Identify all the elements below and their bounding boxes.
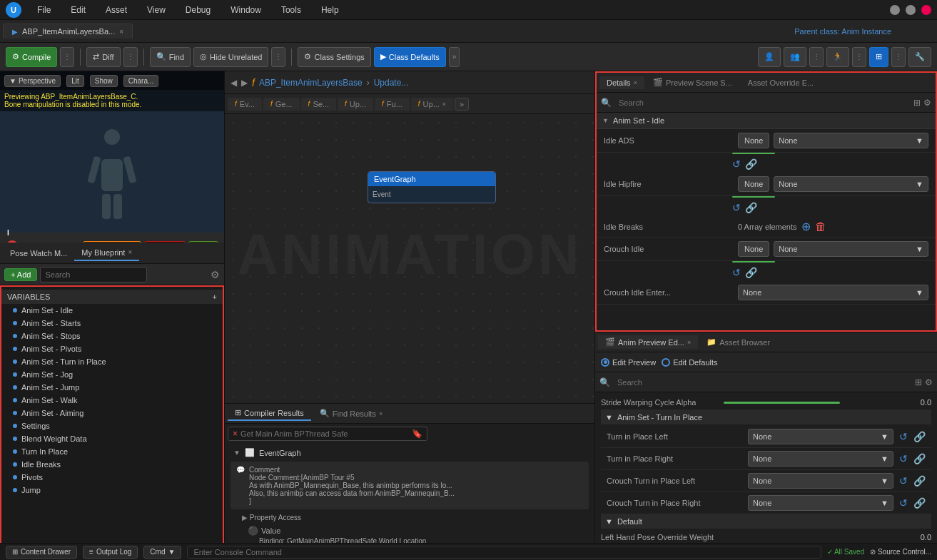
anim-icon-btn-3[interactable]: 🏃 [826, 47, 849, 67]
graph-tabs-more[interactable]: » [455, 98, 469, 111]
turn-right-dropdown[interactable]: None ▼ [748, 451, 893, 467]
details-settings-icon[interactable]: ⚙ [923, 98, 931, 108]
content-drawer-button[interactable]: ⊞ Content Drawer [6, 546, 77, 559]
graph-area[interactable]: ANIMATION EventGraph Event [225, 114, 594, 403]
idle-ads-dropdown[interactable]: None ▼ [774, 133, 928, 148]
eg-section-header[interactable]: ▼ ⬜ EventGraph [231, 447, 589, 459]
bp-settings-icon[interactable]: ⚙ [211, 269, 220, 280]
graph-tab-0[interactable]: f Ev... [228, 98, 262, 111]
my-blueprint-close[interactable]: × [128, 248, 132, 256]
chara-button[interactable]: Chara... [123, 75, 159, 87]
var-item-8[interactable]: Anim Set - Aiming [1, 407, 223, 419]
var-item-4[interactable]: Anim Set - Turn in Place [1, 355, 223, 368]
anim-icon-btn-2[interactable]: 👥 [784, 47, 806, 67]
var-item-3[interactable]: Anim Set - Pivots [1, 342, 223, 355]
edit-defaults-radio[interactable]: Edit Defaults [662, 358, 717, 367]
idle-breaks-add-icon[interactable]: ⊕ [801, 220, 811, 233]
var-item-10[interactable]: Blend Weight Data [1, 432, 223, 445]
graph-tab-5[interactable]: f Up... × [411, 98, 453, 111]
filter-close-icon[interactable]: × [233, 429, 238, 439]
toolbar-more[interactable]: » [449, 47, 460, 67]
find-button[interactable]: 🔍 Find [150, 47, 191, 67]
perspective-button[interactable]: ▼ Perspective [4, 75, 61, 87]
pose-watch-tab[interactable]: Pose Watch M... [3, 246, 74, 260]
crouch-turn-right-dropdown[interactable]: None ▼ [748, 495, 893, 511]
anim-set-idle-header[interactable]: ▼ Anim Set - Idle [597, 113, 936, 129]
compile-more[interactable]: ⋮ [60, 47, 74, 67]
anim-preview-tab[interactable]: 🎬 Anim Preview Ed... × [598, 335, 698, 349]
nav-back-icon[interactable]: ◀ [231, 78, 237, 88]
layout-more[interactable]: ⋮ [891, 47, 906, 67]
preview-grid-icon[interactable]: ⊞ [915, 377, 922, 387]
graph-tab-1[interactable]: f Ge... [263, 98, 300, 111]
extra-btn[interactable]: 🔧 [908, 47, 931, 67]
default-section-header[interactable]: ▼ Default [601, 514, 931, 529]
add-variable-icon[interactable]: + [213, 292, 217, 301]
tab-close-btn[interactable]: × [119, 28, 123, 36]
idle-ads-reset-icon[interactable]: ↺ [732, 158, 741, 170]
preview-settings-icon[interactable]: ⚙ [925, 377, 933, 387]
compiler-results-tab[interactable]: ⊞ Compiler Results [228, 406, 311, 421]
window-close[interactable]: ✕ [921, 5, 931, 15]
output-log-button[interactable]: ≡ Output Log [83, 546, 138, 559]
var-item-7[interactable]: Anim Set - Walk [1, 394, 223, 407]
post-process-button[interactable]: ⚠ Post proce... [83, 241, 141, 243]
stride-slider[interactable] [724, 402, 841, 404]
crouch-idle-link-icon[interactable]: 🔗 [745, 267, 757, 278]
var-item-5[interactable]: Anim Set - Jog [1, 368, 223, 381]
class-settings-button[interactable]: ⚙ Class Settings [298, 47, 370, 67]
idle-hipfire-dropdown[interactable]: None ▼ [774, 176, 928, 192]
window-maximize[interactable]: □ [906, 5, 916, 15]
crouch-idle-reset-icon[interactable]: ↺ [732, 267, 741, 278]
crouch-turn-left-dropdown[interactable]: None ▼ [748, 473, 893, 489]
cmd-button[interactable]: Cmd ▼ [143, 546, 181, 559]
graph-tab-4[interactable]: f Fu... [375, 98, 410, 111]
crouch-idle-none-btn[interactable]: None [738, 241, 769, 257]
eg-comment-block[interactable]: 💬 Comment Node Comment:[AnimBP Tour #5 A… [231, 462, 589, 509]
layout-btn[interactable]: ⊞ [869, 47, 888, 67]
hide-unrelated-button[interactable]: ◎ Hide Unrelated [193, 47, 268, 67]
breadcrumb-current[interactable]: Update... [374, 78, 409, 88]
crouch-turn-right-link-icon[interactable]: 🔗 [913, 497, 926, 509]
breadcrumb-project[interactable]: ABP_ItemAnimLayersBase [259, 78, 363, 88]
details-grid-icon[interactable]: ⊞ [913, 98, 921, 108]
graph-tab-2[interactable]: f Se... [301, 98, 336, 111]
compiler-filter-input[interactable] [240, 429, 409, 438]
var-item-0[interactable]: Anim Set - Idle [1, 304, 223, 317]
class-defaults-button[interactable]: ▶ Class Defaults [374, 47, 446, 67]
var-item-11[interactable]: Turn In Place [1, 445, 223, 458]
menu-edit[interactable]: Edit [66, 4, 90, 16]
menu-asset[interactable]: Asset [101, 4, 131, 16]
crouch-turn-left-link-icon[interactable]: 🔗 [913, 475, 926, 487]
var-item-6[interactable]: Anim Set - Jump [1, 381, 223, 394]
idle-hipfire-link-icon[interactable]: 🔗 [745, 202, 757, 213]
bp-search-input[interactable] [40, 267, 147, 282]
crouch-turn-right-reset-icon[interactable]: ↺ [899, 497, 908, 509]
show-button[interactable]: Show [90, 75, 118, 87]
details-tab-close[interactable]: × [634, 79, 637, 86]
turn-left-dropdown[interactable]: None ▼ [748, 429, 893, 444]
my-blueprint-tab[interactable]: My Blueprint × [74, 245, 139, 261]
preview-scene-tab[interactable]: 🎬 Preview Scene S... [646, 76, 739, 89]
graph-node[interactable]: EventGraph Event [368, 171, 496, 203]
turn-left-reset-icon[interactable]: ↺ [899, 431, 908, 442]
idle-breaks-del-icon[interactable]: 🗑 [815, 220, 826, 233]
step-button[interactable]: ⏭ [34, 240, 44, 243]
eg-property-access[interactable]: ▶ Property Access [231, 512, 589, 523]
idle-hipfire-reset-icon[interactable]: ↺ [732, 202, 741, 213]
nav-forward-icon[interactable]: ▶ [241, 78, 248, 88]
idle-ads-none-btn[interactable]: None [738, 133, 769, 148]
turn-right-reset-icon[interactable]: ↺ [899, 453, 908, 464]
menu-window[interactable]: Window [226, 4, 265, 16]
menu-tools[interactable]: Tools [277, 4, 305, 16]
console-command-input[interactable] [187, 546, 821, 559]
edit-preview-radio[interactable]: Edit Preview [601, 358, 656, 367]
window-minimize[interactable]: ─ [890, 5, 900, 15]
record-button[interactable] [6, 240, 19, 243]
anim-more-1[interactable]: ⋮ [809, 47, 824, 67]
find-results-tab[interactable]: 🔍 Find Results × [313, 407, 390, 420]
details-search-input[interactable] [614, 96, 911, 110]
turn-in-place-section-header[interactable]: ▼ Anim Set - Turn In Place [601, 410, 931, 424]
idle-hipfire-none-btn[interactable]: None [738, 176, 769, 192]
crouch-idle-dropdown[interactable]: None ▼ [774, 241, 928, 257]
